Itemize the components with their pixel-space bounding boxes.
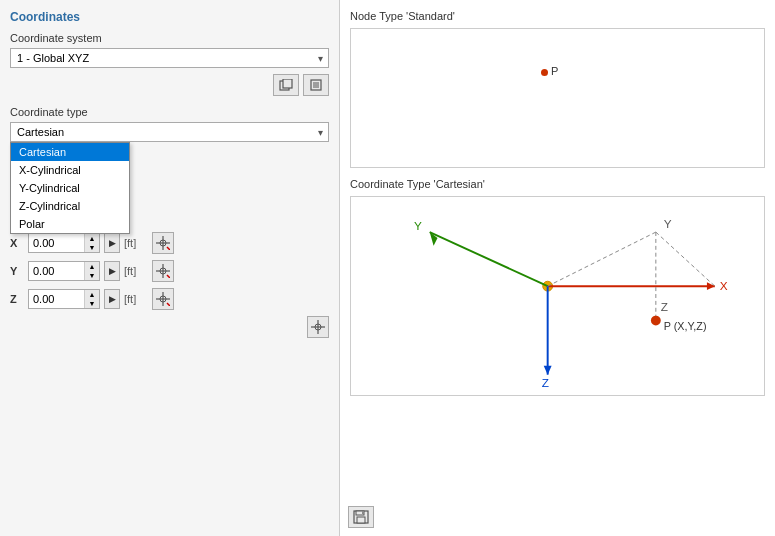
coord-type-section: Coordinate type Cartesian Cartesian X-Cy…	[10, 106, 329, 142]
icon-row	[10, 74, 329, 96]
svg-text:X: X	[720, 279, 728, 293]
svg-text:P (X,Y,Z): P (X,Y,Z)	[664, 320, 707, 332]
z-coord-row: Z ▲ ▼ ▶ [ft]	[10, 288, 329, 310]
y-crosshair-btn[interactable]	[152, 260, 174, 282]
z-crosshair-btn[interactable]	[152, 288, 174, 310]
z-spin-up[interactable]: ▲	[85, 290, 99, 299]
y-unit: [ft]	[124, 265, 148, 277]
z-label: Z	[10, 293, 24, 305]
x-input[interactable]	[29, 234, 84, 252]
z-spin-down[interactable]: ▼	[85, 299, 99, 308]
y-input[interactable]	[29, 262, 84, 280]
x-arrow-btn[interactable]: ▶	[104, 233, 120, 253]
svg-point-33	[651, 316, 661, 326]
node-type-title: Node Type 'Standard'	[350, 10, 765, 22]
x-coord-row: X ▲ ▼ ▶ [ft]	[10, 232, 329, 254]
coord-type-label: Coordinate type	[10, 106, 329, 118]
left-panel: Coordinates Coordinate system 1 - Global…	[0, 0, 340, 536]
coord-type-preview-title: Coordinate Type 'Cartesian'	[350, 178, 765, 190]
z-input-group: ▲ ▼	[28, 289, 100, 309]
coord-system-label: Coordinate system	[10, 32, 329, 44]
node-preview: P	[350, 28, 765, 168]
dropdown-item-xcylindrical[interactable]: X-Cylindrical	[11, 161, 129, 179]
paste-icon	[309, 79, 323, 91]
x-label: X	[10, 237, 24, 249]
x-spin-btns: ▲ ▼	[84, 234, 99, 252]
copy-icon	[279, 79, 293, 91]
svg-text:Z: Z	[661, 300, 668, 314]
coord-type-popup: Cartesian X-Cylindrical Y-Cylindrical Z-…	[10, 142, 130, 234]
y-spin-btns: ▲ ▼	[84, 262, 99, 280]
coord-type-preview: X Y Z Y Z P (X,Y,Z)	[350, 196, 765, 396]
axes-diagram: X Y Z Y Z P (X,Y,Z)	[351, 197, 764, 395]
extra-crosshair-icon	[311, 320, 325, 334]
z-input[interactable]	[29, 290, 84, 308]
svg-rect-1	[283, 79, 292, 88]
y-spin-down[interactable]: ▼	[85, 271, 99, 280]
y-label: Y	[10, 265, 24, 277]
y-crosshair-icon	[156, 264, 170, 278]
coord-system-dropdown-wrapper: 1 - Global XYZ	[10, 48, 329, 68]
x-spin-down[interactable]: ▼	[85, 243, 99, 252]
svg-marker-20	[707, 282, 715, 290]
svg-rect-36	[357, 517, 365, 523]
svg-rect-38	[362, 511, 364, 514]
coordinates-title: Coordinates	[10, 10, 329, 24]
coord-type-dropdown-wrapper: Cartesian Cartesian X-Cylindrical Y-Cyli…	[10, 122, 329, 142]
right-panel: Node Type 'Standard' P Coordinate Type '…	[340, 0, 775, 536]
coord-type-select[interactable]: Cartesian	[10, 122, 329, 142]
node-point-label: P	[551, 65, 558, 77]
x-crosshair-icon	[156, 236, 170, 250]
dropdown-item-zcylindrical[interactable]: Z-Cylindrical	[11, 197, 129, 215]
copy-icon-btn[interactable]	[273, 74, 299, 96]
svg-text:Y: Y	[414, 219, 422, 233]
x-input-group: ▲ ▼	[28, 233, 100, 253]
y-coord-row: Y ▲ ▼ ▶ [ft]	[10, 260, 329, 282]
z-arrow-btn[interactable]: ▶	[104, 289, 120, 309]
x-spin-up[interactable]: ▲	[85, 234, 99, 243]
paste-icon-btn[interactable]	[303, 74, 329, 96]
svg-line-28	[548, 232, 656, 286]
y-arrow-btn[interactable]: ▶	[104, 261, 120, 281]
y-spin-up[interactable]: ▲	[85, 262, 99, 271]
svg-text:Y: Y	[664, 217, 672, 231]
save-icon	[353, 510, 369, 524]
z-crosshair-icon	[156, 292, 170, 306]
node-point-dot	[541, 69, 548, 76]
x-unit: [ft]	[124, 237, 148, 249]
svg-text:Z: Z	[542, 376, 549, 390]
z-unit: [ft]	[124, 293, 148, 305]
extra-crosshair-row	[10, 316, 329, 338]
x-crosshair-btn[interactable]	[152, 232, 174, 254]
svg-line-22	[430, 232, 548, 286]
save-icon-btn[interactable]	[348, 506, 374, 528]
svg-marker-26	[544, 366, 552, 375]
svg-line-29	[656, 232, 715, 286]
dropdown-item-cartesian[interactable]: Cartesian	[11, 143, 129, 161]
z-spin-btns: ▲ ▼	[84, 290, 99, 308]
y-input-group: ▲ ▼	[28, 261, 100, 281]
dropdown-item-polar[interactable]: Polar	[11, 215, 129, 233]
dropdown-item-ycylindrical[interactable]: Y-Cylindrical	[11, 179, 129, 197]
coord-system-select[interactable]: 1 - Global XYZ	[10, 48, 329, 68]
extra-crosshair-btn[interactable]	[307, 316, 329, 338]
